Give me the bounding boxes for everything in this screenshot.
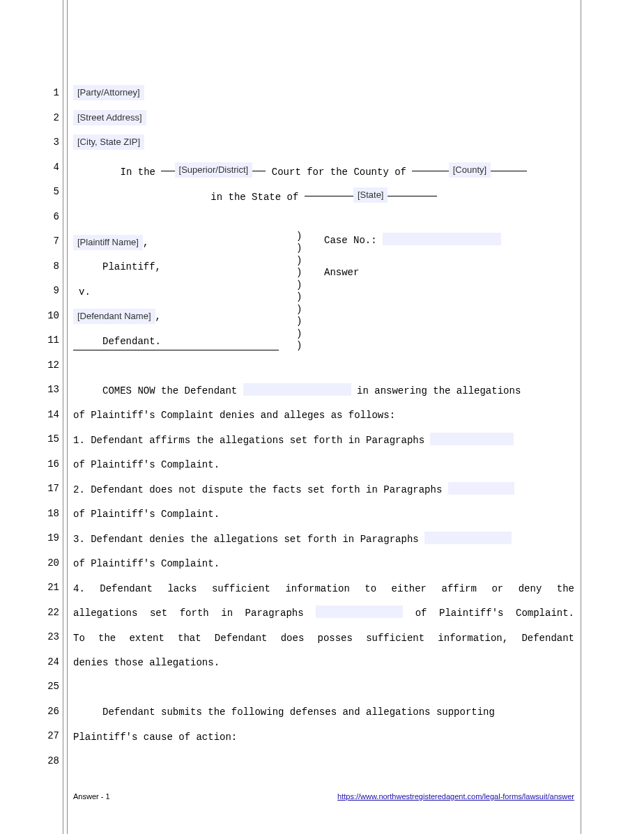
para-4-line4: denies those allegations. — [73, 651, 574, 676]
line-number: 20 — [38, 551, 59, 576]
line-number: 25 — [38, 674, 59, 700]
line-number: 3 — [38, 130, 59, 155]
street-address-field[interactable]: [Street Address] — [73, 110, 146, 125]
para-4-line3: To the extent that Defendant does posses… — [73, 626, 574, 651]
line-number: 4 — [38, 155, 59, 180]
city-state-zip-field[interactable]: [City, State ZIP] — [73, 134, 144, 150]
footer-page-label: Answer - 1 — [73, 792, 110, 801]
line-number: 24 — [38, 650, 59, 675]
line-number: 6 — [38, 205, 59, 230]
para-2-blank[interactable] — [448, 482, 514, 495]
line-number: 16 — [38, 452, 59, 477]
line-number: 19 — [38, 526, 59, 551]
party-attorney-field[interactable]: [Party/Attorney] — [73, 85, 144, 100]
line-number: 28 — [38, 749, 59, 774]
line-number: 5 — [38, 180, 59, 205]
rule-line-right — [581, 0, 581, 834]
line-number: 23 — [38, 625, 59, 650]
line-number: 2 — [38, 106, 59, 131]
para-2-text: 2. Defendant does not dispute the facts … — [73, 484, 448, 495]
line-14-text: of Plaintiff's Complaint denies and alle… — [73, 403, 574, 428]
line-number: 11 — [38, 328, 59, 353]
line-number: 14 — [38, 403, 59, 428]
line-number: 1 — [38, 81, 59, 106]
line-number: 26 — [38, 700, 59, 725]
defendant-comma: , — [155, 311, 161, 322]
pleading-page: 1234567891011121314151617181920212223242… — [0, 0, 644, 834]
document-body: [Party/Attorney] [Street Address] [City,… — [73, 81, 574, 775]
court-text-in-the: In the — [121, 167, 162, 178]
para-3-blank[interactable] — [424, 532, 512, 544]
case-number-field[interactable] — [383, 233, 501, 245]
plaintiff-label: Plaintiff, — [73, 255, 282, 280]
page-footer: Answer - 1 https://www.northwestregister… — [73, 792, 574, 801]
para-1-text: 1. Defendant affirms the allegations set… — [73, 435, 430, 446]
case-no-label: Case No.: — [324, 235, 377, 246]
plaintiff-name-field[interactable]: [Plaintiff Name] — [73, 235, 143, 250]
court-text-in-state: in the State of — [210, 192, 304, 203]
defenses-intro-1: Defendant submits the following defenses… — [73, 706, 495, 718]
rule-line-inner — [67, 0, 68, 834]
line-number: 15 — [38, 427, 59, 452]
line-number: 18 — [38, 502, 59, 527]
line-number: 27 — [38, 724, 59, 749]
line-number: 17 — [38, 477, 59, 502]
rule-line-outer — [63, 0, 63, 834]
court-text-for-county: Court for the County of — [272, 167, 413, 178]
line-number: 21 — [38, 576, 59, 601]
line-number-gutter: 1234567891011121314151617181920212223242… — [38, 81, 59, 773]
comes-now-text-b: in answering the allegations — [351, 385, 521, 396]
line-number: 8 — [38, 254, 59, 279]
line-number: 22 — [38, 601, 59, 626]
defendant-name-field[interactable]: [Defendant Name] — [73, 309, 155, 324]
footer-link[interactable]: https://www.northwestregisteredagent.com… — [337, 792, 574, 801]
para-4-line2b: of Plaintiff's Complaint. — [403, 608, 574, 619]
comes-now-text-a: COMES NOW the Defendant — [73, 385, 243, 396]
para-4-blank[interactable] — [316, 605, 403, 618]
line-20-text: of Plaintiff's Complaint. — [73, 552, 574, 577]
para-4-line1: 4. Defendant lacks sufficient informatio… — [73, 577, 574, 602]
line-number: 13 — [38, 378, 59, 403]
versus-label: v. — [73, 280, 282, 305]
line-number: 12 — [38, 353, 59, 378]
para-3-text: 3. Defendant denies the allegations set … — [73, 534, 424, 545]
line-number: 7 — [38, 229, 59, 254]
line-number: 9 — [38, 279, 59, 304]
state-field[interactable]: [State] — [353, 187, 388, 203]
para-1-blank[interactable] — [430, 433, 514, 445]
line-16-text: of Plaintiff's Complaint. — [73, 453, 574, 478]
county-field[interactable]: [County] — [449, 162, 491, 178]
document-title: Answer — [324, 267, 501, 279]
plaintiff-comma: , — [143, 237, 148, 248]
para-4-line2a: allegations set forth in Paragraphs — [73, 608, 316, 619]
defendant-name-blank[interactable] — [243, 383, 351, 396]
line-18-text: of Plaintiff's Complaint. — [73, 502, 574, 527]
line-number: 10 — [38, 304, 59, 329]
defenses-intro-2: Plaintiff's cause of action: — [73, 725, 574, 750]
court-type-field[interactable]: [Superior/District] — [175, 162, 253, 178]
